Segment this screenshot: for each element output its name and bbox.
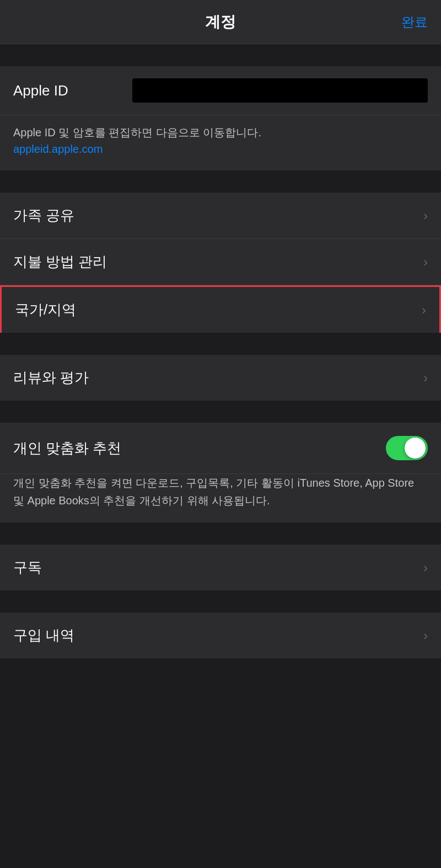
review-chevron: › (423, 370, 428, 386)
section-gap-top (0, 44, 441, 66)
review-label: 리뷰와 평가 (13, 368, 89, 387)
apple-id-row: Apple ID (0, 66, 441, 115)
purchase-history-item[interactable]: 구입 내역 › (0, 613, 441, 658)
page-title: 계정 (205, 12, 236, 33)
apple-id-desc-text: Apple ID 및 암호를 편집하면 다음으로 이동합니다. (13, 124, 428, 141)
country-region-item[interactable]: 국가/지역 › (0, 285, 441, 333)
bottom-padding (0, 658, 441, 702)
subscription-label: 구독 (13, 558, 42, 577)
review-item[interactable]: 리뷰와 평가 › (0, 355, 441, 401)
purchase-history-section: 구입 내역 › (0, 613, 441, 658)
apple-id-label: Apple ID (13, 82, 123, 99)
country-region-label: 국가/지역 (15, 300, 76, 319)
subscription-item[interactable]: 구독 › (0, 545, 441, 590)
section-gap-1 (0, 171, 441, 193)
family-sharing-item[interactable]: 가족 공유 › (0, 193, 441, 239)
payment-management-label: 지불 방법 관리 (13, 252, 107, 271)
personalized-toggle-row: 개인 맞춤화 추천 (0, 423, 441, 473)
payment-management-item[interactable]: 지불 방법 관리 › (0, 239, 441, 285)
personalized-label: 개인 맞춤화 추천 (13, 439, 121, 458)
subscription-section: 구독 › (0, 545, 441, 590)
section-gap-4 (0, 523, 441, 545)
apple-id-description: Apple ID 및 암호를 편집하면 다음으로 이동합니다. appleid.… (0, 115, 441, 171)
family-sharing-label: 가족 공유 (13, 206, 74, 225)
done-button[interactable]: 완료 (401, 13, 428, 31)
section-gap-2 (0, 333, 441, 355)
review-section: 리뷰와 평가 › (0, 355, 441, 401)
apple-id-link[interactable]: appleid.apple.com (13, 141, 428, 157)
family-sharing-chevron: › (423, 208, 428, 223)
subscription-chevron: › (423, 560, 428, 576)
apple-id-section: Apple ID Apple ID 및 암호를 편집하면 다음으로 이동합니다.… (0, 66, 441, 171)
purchase-history-chevron: › (423, 628, 428, 643)
menu-section-1: 가족 공유 › 지불 방법 관리 › 국가/지역 › (0, 193, 441, 333)
personalized-description: 개인 맞춤화 추천을 켜면 다운로드, 구입목록, 기타 활동이 iTunes … (0, 473, 441, 523)
payment-management-chevron: › (423, 254, 428, 270)
toggle-knob (405, 438, 426, 459)
country-region-chevron: › (422, 302, 426, 318)
section-gap-5 (0, 590, 441, 613)
apple-id-value (132, 78, 428, 103)
personalized-toggle[interactable] (386, 436, 428, 460)
personalized-desc-text: 개인 맞춤화 추천을 켜면 다운로드, 구입목록, 기타 활동이 iTunes … (13, 474, 428, 509)
personalized-section: 개인 맞춤화 추천 개인 맞춤화 추천을 켜면 다운로드, 구입목록, 기타 활… (0, 423, 441, 523)
purchase-history-label: 구입 내역 (13, 626, 74, 645)
section-gap-3 (0, 401, 441, 423)
page-header: 계정 완료 (0, 0, 441, 44)
